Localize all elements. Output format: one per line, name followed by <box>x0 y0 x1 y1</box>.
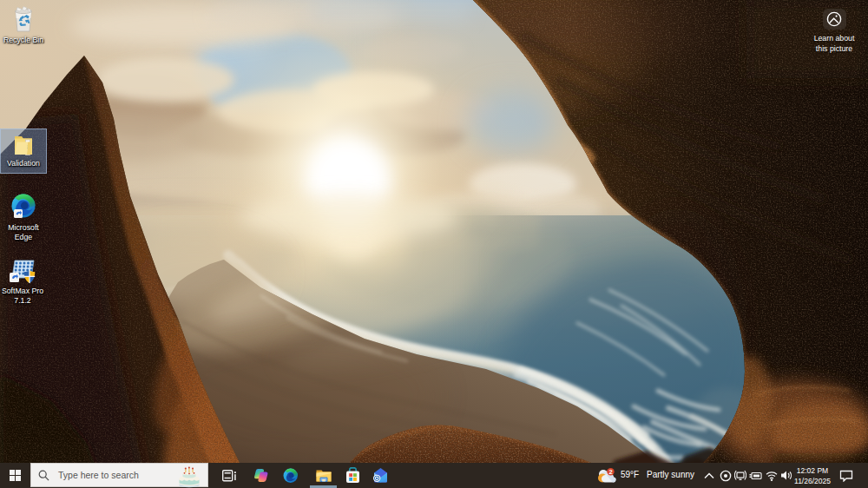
svg-text:2: 2 <box>608 468 612 476</box>
